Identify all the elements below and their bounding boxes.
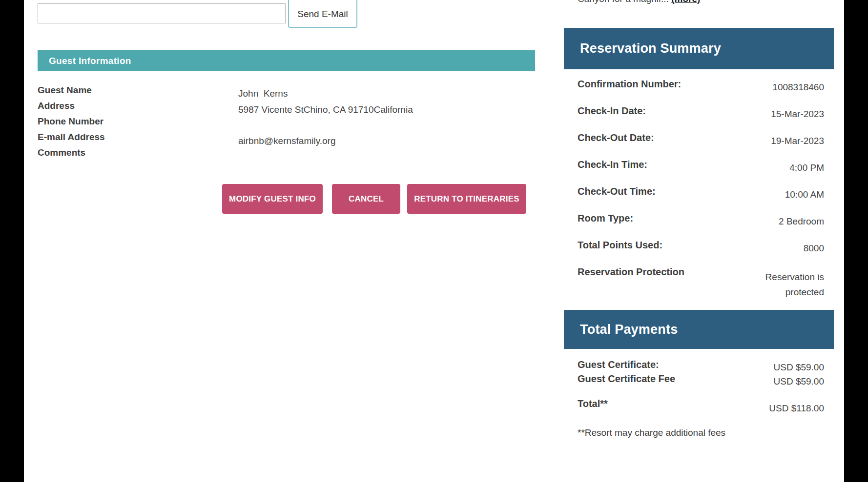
listing-description-snippet: Canyon for a magnif... (more) <box>578 0 700 4</box>
check-in-date-label: Check-In Date: <box>578 105 646 117</box>
email-address-label: E-mail Address <box>38 132 105 142</box>
email-input[interactable] <box>38 3 286 23</box>
reservation-summary-header: Reservation Summary <box>564 28 834 69</box>
letterbox-left-bar <box>0 0 24 482</box>
return-to-itineraries-button[interactable]: RETURN TO ITINERARIES <box>407 184 526 214</box>
check-out-date-value: 19-Mar-2023 <box>771 136 824 146</box>
total-payments-header: Total Payments <box>564 310 834 349</box>
listing-snippet-text: Canyon for a magnif... <box>578 0 671 4</box>
guest-certificate-label: Guest Certificate: <box>578 359 659 370</box>
email-address-value: airbnb@kernsfamily.org <box>238 136 336 146</box>
comments-label: Comments <box>38 147 85 158</box>
address-value: 5987 Vicente StChino, CA 91710California <box>238 104 413 115</box>
total-value: USD $118.00 <box>769 403 824 414</box>
total-points-used-label: Total Points Used: <box>578 240 662 251</box>
phone-number-label: Phone Number <box>38 116 103 127</box>
send-email-button[interactable]: Send E-Mail <box>288 0 357 28</box>
room-type-label: Room Type: <box>578 213 633 224</box>
resort-fees-footnote: **Resort may charge additional fees <box>578 427 725 438</box>
room-type-value: 2 Bedroom <box>779 216 824 227</box>
check-in-time-label: Check-In Time: <box>578 159 647 170</box>
confirmation-number-label: Confirmation Number: <box>578 79 681 90</box>
total-label: Total** <box>578 398 608 409</box>
check-out-date-label: Check-Out Date: <box>578 132 654 143</box>
page: Send E-Mail Guest Information Guest Name… <box>0 0 868 488</box>
modify-guest-info-button[interactable]: MODIFY GUEST INFO <box>222 184 323 214</box>
reservation-protection-value: Reservation is protected <box>760 269 824 300</box>
reservation-protection-label: Reservation Protection <box>578 266 684 278</box>
check-out-time-value: 10:00 AM <box>785 189 824 200</box>
check-in-time-value: 4:00 PM <box>789 163 824 173</box>
total-points-used-value: 8000 <box>804 243 824 254</box>
guest-information-header: Guest Information <box>38 50 535 71</box>
guest-name-value: John Kerns <box>238 88 288 99</box>
guest-certificate-fee-value: USD $59.00 <box>773 376 824 387</box>
letterbox-right-bar <box>844 0 868 482</box>
check-in-date-value: 15-Mar-2023 <box>771 109 824 120</box>
guest-certificate-value: USD $59.00 <box>773 362 824 373</box>
address-label: Address <box>38 101 75 111</box>
guest-certificate-fee-label: Guest Certificate Fee <box>578 373 675 385</box>
guest-name-label: Guest Name <box>38 85 92 96</box>
check-out-time-label: Check-Out Time: <box>578 186 656 197</box>
cancel-button[interactable]: CANCEL <box>332 184 400 214</box>
confirmation-number-value: 1008318460 <box>772 82 824 93</box>
more-link[interactable]: (more) <box>671 0 700 4</box>
